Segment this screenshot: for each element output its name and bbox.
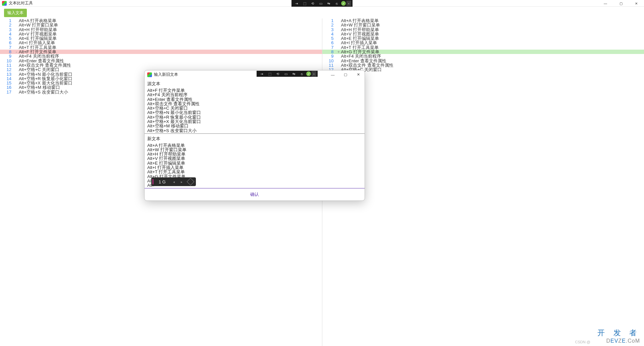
diff-line: 10Alt+Enter 查看文件属性: [322, 59, 644, 63]
line-text: Alt+空格+R 恢复最小化窗口: [18, 76, 72, 81]
toolbar-collapse-icon[interactable]: ‹: [346, 1, 351, 6]
toolbar-tool-icon[interactable]: ⎋: [333, 1, 340, 6]
main-titlebar: 文本比对工具 ⇥⬚⟲▭⇆⎋✓‹ — ▢ ✕: [0, 0, 644, 7]
toolbar-tool-icon[interactable]: ⇆: [290, 71, 298, 76]
diff-line: 10Alt+Enter 查看文件属性: [0, 59, 322, 63]
diff-line: 9Alt+F4 关闭当前程序: [322, 54, 644, 58]
dialog-minimize-button[interactable]: —: [326, 70, 339, 79]
diff-line: 1Alt+A 打开表格菜单: [0, 18, 322, 23]
line-number: 1: [322, 18, 337, 23]
line-number: 7: [322, 45, 337, 50]
ime-caret-icon: [153, 179, 153, 184]
line-text: Alt+H 打开帮助菜单: [340, 27, 379, 32]
diff-line: 7Alt+T 打开工具菜单: [322, 45, 644, 50]
ime-candidate[interactable]: 1 G: [155, 179, 169, 184]
line-text: Alt+Enter 查看文件属性: [18, 59, 64, 63]
line-text: Alt+W 打开窗口菜单: [18, 23, 58, 27]
toolbar-collapse-icon[interactable]: ‹: [312, 71, 316, 76]
app-icon: [147, 72, 152, 77]
line-text: Alt+空格+S 改变窗口大小: [18, 90, 68, 94]
line-number: 4: [0, 32, 15, 36]
diff-line: 5Alt+E 打开编辑菜单: [322, 36, 644, 41]
line-number: 5: [0, 36, 15, 41]
diff-line: 5Alt+E 打开编辑菜单: [0, 36, 322, 41]
diff-line: 3Alt+H 打开帮助菜单: [0, 27, 322, 32]
line-number: 13: [0, 72, 15, 76]
recorder-toolbar: ⇥⬚⟲▭⇆⎋✓‹: [291, 0, 353, 7]
line-text: Alt+I 打开插入菜单: [18, 41, 55, 45]
line-number: 7: [0, 45, 15, 50]
line-text: Alt+E 打开编辑菜单: [340, 36, 379, 41]
toolbar-tool-icon[interactable]: ⎋: [298, 71, 306, 76]
toolbar-tool-icon[interactable]: ⇥: [293, 1, 300, 6]
toolbar-tool-icon[interactable]: ⟲: [309, 1, 316, 6]
window-controls: — ▢ ✕: [598, 0, 644, 7]
line-text: Alt+V 打开视图菜单: [18, 32, 57, 36]
diff-line: 6Alt+I 打开插入菜单: [0, 41, 322, 45]
line-number: 16: [0, 85, 15, 90]
line-number: 1: [0, 18, 15, 23]
line-text: Alt+空格+X 最大化当前窗口: [18, 81, 72, 85]
toolbar-check-icon[interactable]: ✓: [306, 71, 311, 76]
toolbar-tool-icon[interactable]: ⬚: [301, 1, 308, 6]
line-text: Alt+W 打开窗口菜单: [340, 23, 380, 27]
line-number: 15: [0, 81, 15, 85]
new-text-label: 新文本: [145, 134, 365, 142]
ime-prev-icon[interactable]: ◂: [171, 180, 177, 184]
toolbar-tool-icon[interactable]: ⟲: [274, 71, 281, 76]
dialog-window-controls: — ▢ ✕: [326, 70, 365, 79]
recorder-toolbar: ⇥⬚⟲▭⇆⎋✓‹: [257, 71, 318, 77]
target-pane[interactable]: 1Alt+A 打开表格菜单2Alt+W 打开窗口菜单3Alt+H 打开帮助菜单4…: [322, 18, 644, 346]
csdn-watermark: CSDN @: [575, 340, 590, 344]
line-text: Alt+A 打开表格菜单: [18, 18, 56, 23]
toolbar-tool-icon[interactable]: ⇆: [325, 1, 332, 6]
line-number: 5: [322, 36, 337, 41]
maximize-button[interactable]: ▢: [613, 0, 629, 7]
toolbar-check-icon[interactable]: ✓: [341, 1, 346, 6]
ime-next-icon[interactable]: ▸: [179, 180, 184, 184]
toolbar-tool-icon[interactable]: ▭: [317, 1, 324, 6]
toolbar-tool-icon[interactable]: ⬚: [266, 71, 273, 76]
line-text: Alt+I 打开插入菜单: [340, 41, 377, 45]
diff-marker: -: [15, 50, 18, 54]
line-number: 8: [322, 50, 337, 54]
line-number: 11: [0, 63, 15, 67]
close-button[interactable]: ✕: [629, 0, 644, 7]
diff-line: 2Alt+W 打开窗口菜单: [322, 23, 644, 27]
line-number: 6: [322, 41, 337, 45]
line-text: Alt+F 打开文件菜单: [18, 50, 56, 54]
line-text: Alt+空格+N 最小化当前窗口: [18, 72, 72, 76]
toolbar-tool-icon[interactable]: ⇥: [258, 71, 265, 76]
line-number: 8: [0, 50, 15, 54]
line-text: Alt+F4 关闭当前程序: [340, 54, 381, 58]
line-text: Alt+A 打开表格菜单: [340, 18, 379, 23]
ime-expand-icon[interactable]: [187, 178, 195, 186]
input-text-button[interactable]: 输入文本: [4, 9, 27, 17]
line-number: 3: [0, 27, 15, 32]
dialog-title: 输入新旧文本: [154, 72, 178, 77]
diff-line: 4Alt+V 打开视图菜单: [322, 32, 644, 36]
site-watermark: 开 发 者 DEVZE.CoM: [597, 328, 640, 344]
line-number: 17: [0, 90, 15, 94]
line-number: 11: [322, 63, 337, 67]
confirm-button[interactable]: 确认: [250, 191, 259, 197]
minimize-button[interactable]: —: [598, 0, 613, 7]
diff-line: 8-Alt+F 打开文件菜单: [0, 50, 322, 54]
app-icon: [2, 1, 7, 6]
top-toolbar: 输入文本: [0, 7, 644, 18]
line-number: 9: [322, 54, 337, 58]
diff-line: 9Alt+F4 关闭当前程序: [0, 54, 322, 58]
diff-line: 7Alt+T 打开工具菜单: [0, 45, 322, 50]
source-text-editor[interactable]: Alt+F 打开文件菜单 Alt+F4 关闭当前程序 Alt+Enter 查看文…: [145, 88, 365, 134]
app-title: 文本比对工具: [9, 0, 33, 6]
toolbar-tool-icon[interactable]: ▭: [282, 71, 289, 76]
diff-line: 1Alt+A 打开表格菜单: [322, 18, 644, 23]
line-text: Alt+双击文件 查看文件属性: [18, 63, 71, 67]
ime-candidate-bar[interactable]: 1 G ◂ ▸: [151, 177, 196, 186]
dialog-close-button[interactable]: ✕: [352, 70, 365, 79]
diff-line: 8+Alt+G 打开文件菜单: [322, 50, 644, 54]
diff-line: 11Alt+双击文件 查看文件属性: [0, 63, 322, 67]
dialog-maximize-button[interactable]: ▢: [339, 70, 352, 79]
line-text: Alt+E 打开编辑菜单: [18, 36, 57, 41]
line-text: Alt+H 打开帮助菜单: [18, 27, 57, 32]
